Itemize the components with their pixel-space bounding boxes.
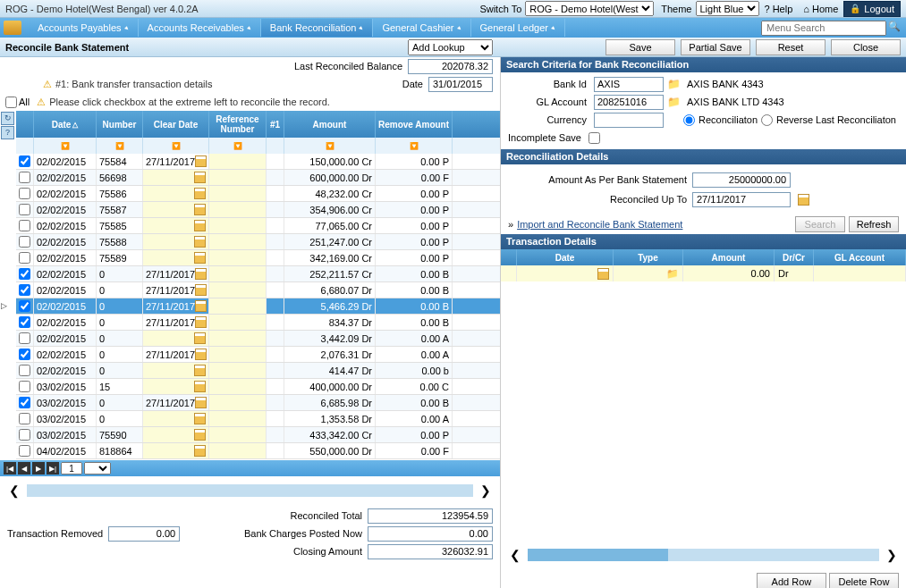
hscroll-left[interactable]: ❮ bbox=[5, 483, 23, 498]
calendar-icon[interactable] bbox=[798, 194, 809, 206]
switch-to-select[interactable]: ROG - Demo Hotel(West bbox=[525, 1, 654, 16]
cell-clear-date[interactable] bbox=[143, 250, 209, 265]
reset-button[interactable]: Reset bbox=[756, 39, 826, 55]
cell-clear-date[interactable]: 27/11/2017 bbox=[143, 315, 209, 330]
cell-clear-date[interactable] bbox=[143, 186, 209, 201]
row-checkbox[interactable] bbox=[19, 397, 30, 408]
cell-reference[interactable] bbox=[209, 298, 267, 314]
cell-clear-date[interactable]: 27/11/2017 bbox=[143, 266, 209, 281]
pager-page-input[interactable] bbox=[61, 462, 82, 475]
grid-row[interactable]: 02/02/2015027/11/20172,076.31 Dr0.00 A bbox=[16, 347, 500, 363]
col-hash1[interactable]: #1 bbox=[267, 111, 284, 138]
close-button[interactable]: Close bbox=[831, 39, 901, 55]
cell-reference[interactable] bbox=[209, 363, 267, 378]
filter-date-icon[interactable]: 🔽 bbox=[61, 142, 70, 150]
col-date[interactable]: Date △ bbox=[34, 111, 97, 138]
grid-row[interactable]: 02/02/2015027/11/20176,680.07 Dr0.00 B bbox=[16, 282, 500, 298]
calendar-icon[interactable] bbox=[194, 445, 206, 457]
filter-clear-date-icon[interactable]: 🔽 bbox=[172, 142, 181, 150]
menu-bank-reconciliation[interactable]: Bank Reconciliation bbox=[261, 19, 374, 37]
row-checkbox[interactable] bbox=[19, 445, 30, 457]
right-hscroll-track[interactable] bbox=[528, 549, 879, 561]
calendar-icon[interactable] bbox=[195, 284, 207, 296]
cell-reference[interactable] bbox=[209, 250, 267, 265]
filter-remove-icon[interactable]: 🔽 bbox=[410, 142, 419, 150]
td-drcr-cell[interactable]: Dr bbox=[775, 265, 814, 281]
grid-row[interactable]: 02/02/2015027/11/2017834.37 Dr0.00 B bbox=[16, 315, 500, 331]
cell-reference[interactable] bbox=[209, 427, 267, 442]
all-checkbox[interactable] bbox=[5, 97, 17, 108]
grid-row[interactable]: 02/02/2015027/11/2017252,211.57 Cr0.00 B bbox=[16, 266, 500, 282]
menu-search-icon[interactable]: 🔍 bbox=[888, 21, 902, 35]
grid-row[interactable]: 02/02/201575589342,169.00 Cr0.00 P bbox=[16, 250, 500, 266]
td-col-drcr[interactable]: Dr/Cr bbox=[775, 249, 814, 265]
grid-row[interactable]: 04/02/2015818864550,000.00 Dr0.00 F bbox=[16, 443, 500, 459]
td-col-type[interactable]: Type bbox=[614, 249, 683, 265]
col-remove-amount[interactable]: Remove Amount bbox=[376, 111, 453, 138]
grid-row[interactable]: 02/02/20157558648,232.00 Cr0.00 P bbox=[16, 186, 500, 202]
grid-row[interactable]: 03/02/2015027/11/20176,685.98 Dr0.00 B bbox=[16, 395, 500, 411]
cell-clear-date[interactable] bbox=[143, 202, 209, 217]
cell-clear-date[interactable]: 27/11/2017 bbox=[143, 154, 209, 169]
add-row-button[interactable]: Add Row bbox=[757, 573, 826, 588]
calendar-icon[interactable] bbox=[194, 172, 206, 183]
cell-clear-date[interactable]: 27/11/2017 bbox=[143, 282, 209, 298]
cell-reference[interactable] bbox=[209, 331, 267, 346]
menu-search-input[interactable] bbox=[761, 21, 886, 36]
menu-accounts-payables[interactable]: Accounts Payables bbox=[29, 19, 139, 37]
row-checkbox[interactable] bbox=[19, 236, 30, 248]
statement-date-input[interactable] bbox=[428, 77, 493, 92]
td-col-date[interactable]: Date bbox=[517, 249, 614, 265]
home-link[interactable]: ⌂ Home bbox=[803, 4, 838, 14]
bank-id-lookup-icon[interactable]: 📁 bbox=[667, 78, 680, 90]
logout-button[interactable]: Logout bbox=[843, 1, 901, 17]
right-hscroll-right[interactable]: ❯ bbox=[883, 548, 901, 562]
cell-clear-date[interactable] bbox=[143, 234, 209, 249]
currency-input[interactable] bbox=[594, 113, 664, 128]
grid-row[interactable]: 02/02/2015027/11/20175,466.29 Dr0.00 B bbox=[16, 298, 500, 315]
row-checkbox[interactable] bbox=[19, 316, 30, 328]
reconciled-up-to-input[interactable] bbox=[692, 192, 791, 207]
calendar-icon[interactable] bbox=[194, 332, 206, 344]
calendar-icon[interactable] bbox=[194, 236, 206, 248]
cell-reference[interactable] bbox=[209, 347, 267, 362]
cell-clear-date[interactable] bbox=[143, 331, 209, 346]
bank-id-input[interactable] bbox=[594, 77, 664, 92]
grid-help-icon[interactable]: ? bbox=[1, 126, 14, 139]
help-link[interactable]: ? Help bbox=[765, 4, 793, 14]
hscroll-track[interactable] bbox=[27, 484, 473, 497]
pager-first[interactable]: |◀ bbox=[4, 462, 16, 475]
filter-amount-icon[interactable]: 🔽 bbox=[326, 142, 334, 150]
row-checkbox[interactable] bbox=[19, 188, 30, 199]
cell-reference[interactable] bbox=[209, 234, 267, 249]
cell-reference[interactable] bbox=[209, 218, 267, 233]
row-checkbox[interactable] bbox=[19, 429, 30, 441]
cell-clear-date[interactable] bbox=[143, 218, 209, 233]
cell-reference[interactable] bbox=[209, 202, 267, 217]
cell-clear-date[interactable] bbox=[143, 379, 209, 394]
cell-reference[interactable] bbox=[209, 443, 267, 458]
hscroll-right[interactable]: ❯ bbox=[477, 483, 495, 498]
theme-select[interactable]: Light Blue bbox=[696, 1, 759, 16]
filter-reference-icon[interactable]: 🔽 bbox=[233, 142, 242, 150]
grid-refresh-icon[interactable]: ↻ bbox=[1, 112, 14, 125]
td-amount-cell[interactable]: 0.00 bbox=[683, 265, 775, 281]
col-reference-number[interactable]: Reference Number bbox=[209, 111, 267, 138]
partial-save-button[interactable]: Partial Save bbox=[681, 39, 750, 55]
calendar-icon[interactable] bbox=[195, 268, 207, 280]
expand-icon[interactable]: » bbox=[508, 219, 513, 230]
calendar-icon[interactable] bbox=[195, 316, 207, 328]
calendar-icon[interactable] bbox=[194, 188, 206, 199]
save-button[interactable]: Save bbox=[605, 39, 675, 55]
grid-row[interactable]: 02/02/20150414.47 Dr0.00 b bbox=[16, 363, 500, 379]
menu-general-ledger[interactable]: General Ledger bbox=[471, 19, 565, 37]
td-date-calendar-icon[interactable] bbox=[597, 268, 609, 280]
reverse-radio[interactable] bbox=[761, 114, 773, 126]
row-checkbox[interactable] bbox=[19, 349, 30, 360]
grid-row[interactable]: 02/02/201556698600,000.00 Dr0.00 F bbox=[16, 170, 500, 186]
grid-row[interactable]: 02/02/201575588251,247.00 Cr0.00 P bbox=[16, 234, 500, 250]
grid-row[interactable]: 03/02/201575590433,342.00 Cr0.00 P bbox=[16, 427, 500, 443]
cell-clear-date[interactable]: 27/11/2017 bbox=[143, 347, 209, 362]
grid-row[interactable]: 02/02/20157558427/11/2017150,000.00 Cr0.… bbox=[16, 154, 500, 170]
calendar-icon[interactable] bbox=[194, 204, 206, 215]
